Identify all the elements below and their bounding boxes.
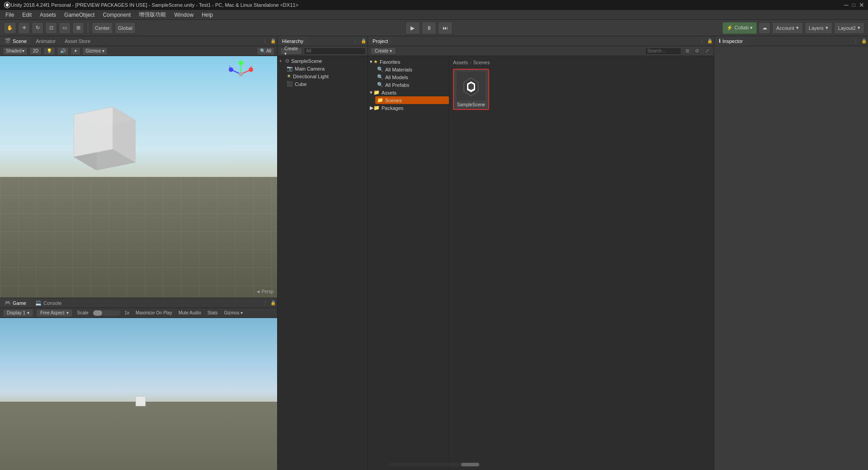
pause-btn[interactable]: ⏸ [422,22,436,34]
hand-tool-btn[interactable]: ✋ [4,22,16,34]
aspect-label: Free Aspect [40,310,64,315]
aspect-btn[interactable]: Free Aspect ▾ [36,309,72,317]
menu-file[interactable]: File [2,11,18,19]
menu-enhanced[interactable]: 增强版功能 [135,10,170,19]
audio-icon: 🔊 [60,48,66,53]
svg-text:Z: Z [229,65,231,69]
scale-label: Scale [75,310,90,315]
menu-gameobject[interactable]: GameObject [61,11,98,19]
scene-panel-lock-btn[interactable]: 🔒 [269,37,277,45]
maximize-btn[interactable]: Maximize On Play [134,310,174,315]
move-icon: ✛ [22,25,26,31]
hierarchy-menu-btn[interactable]: ⋮ [351,37,359,45]
shading-btn[interactable]: Shaded ▾ [3,47,28,55]
project-menu-btn[interactable]: ⋮ [698,37,706,45]
play-btn[interactable]: ▶ [406,22,420,34]
scene-grid [0,177,277,298]
hierarchy-item-main-camera[interactable]: 📷 Main Camera [278,65,368,72]
minimize-btn[interactable]: ─ [844,1,849,9]
cloud-icon: ☁ [762,25,767,31]
maximize-btn[interactable]: □ [852,2,855,8]
hierarchy-item-cube[interactable]: ⬛ Cube [278,80,368,88]
close-btn[interactable]: ✕ [859,1,864,9]
layers-btn[interactable]: Layers ▾ [805,22,832,34]
scale-value: 1x [123,310,132,315]
tab-hierarchy[interactable]: Hierarchy [278,36,308,46]
account-btn[interactable]: Account ▾ [772,22,803,34]
rotate-tool-btn[interactable]: ↻ [32,22,43,34]
hierarchy-tab-label: Hierarchy [282,38,303,44]
tree-all-models[interactable]: 🔍 All Models [375,73,449,81]
menu-component[interactable]: Component [99,11,134,19]
breadcrumb-assets[interactable]: Assets [453,60,468,65]
game-viewport[interactable] [0,318,277,470]
breadcrumb-sep: › [470,60,472,65]
svg-marker-13 [468,83,474,90]
project-search-input[interactable] [645,47,681,55]
asset-item-samplescene[interactable]: SampleScene [453,69,489,110]
scene-viewport[interactable]: X Y Z ◄ Persp [0,56,277,298]
tab-scene[interactable]: 🎬 Scene [0,36,31,46]
gizmo-axes-widget[interactable]: X Y Z [227,61,255,88]
gizmos-btn[interactable]: Gizmos ▾ [82,47,108,55]
inspector-lock-btn[interactable]: 🔒 [860,37,868,45]
inspector-icon: ℹ [719,38,721,44]
inspector-menu-btn[interactable]: ⋮ [852,37,860,45]
console-tab-label: Console [43,300,61,306]
tree-scenes[interactable]: 📁 Scenes [375,96,449,104]
2d-btn[interactable]: 2D [29,47,42,55]
tree-assets[interactable]: ▾ 📁 Assets [368,89,449,96]
tab-asset-store[interactable]: Asset Store [60,36,95,46]
menu-edit[interactable]: Edit [19,11,35,19]
game-panel-menu-btn[interactable]: ⋮ [261,299,269,307]
audio-btn[interactable]: 🔊 [57,47,69,55]
layout-btn[interactable]: Layout2 ▾ [834,22,864,34]
scale-tool-btn[interactable]: ⊡ [45,22,57,34]
collab-btn[interactable]: ⚡ Collab ▾ [722,22,757,34]
project-settings-btn[interactable]: ⚙ [693,47,701,55]
tab-console[interactable]: 💻 Console [31,298,66,308]
cloud-btn[interactable]: ☁ [759,22,770,34]
search-filter-btn[interactable]: 🔍 All [257,47,274,55]
project-expand-btn[interactable]: ⤢ [703,47,711,55]
scene-panel-menu-btn[interactable]: ⋮ [261,37,269,45]
menu-assets[interactable]: Assets [36,11,60,19]
mute-btn[interactable]: Mute Audio [177,310,203,315]
scale-slider[interactable] [93,310,120,316]
tree-all-prefabs[interactable]: 🔍 All Prefabs [375,81,449,89]
lighting-btn[interactable]: 💡 [43,47,55,55]
tree-packages[interactable]: ▶ 📁 Packages [368,104,449,112]
hierarchy-search-input[interactable] [304,47,366,55]
project-filter-btn[interactable]: ⊞ [683,47,691,55]
project-scrollbar[interactable] [449,463,714,466]
transform-icon: ⊞ [76,25,80,31]
hierarchy-item-directional-light[interactable]: ☀ Directional Light [278,72,368,80]
hierarchy-lock-btn[interactable]: 🔒 [359,37,368,45]
menu-help[interactable]: Help [198,11,217,19]
tab-game[interactable]: 🎮 Game [0,298,31,308]
menu-window[interactable]: Window [170,11,197,19]
display-btn[interactable]: Display 1 ▾ [3,309,33,317]
tab-project[interactable]: Project [368,36,392,46]
transform-tool-btn[interactable]: ⊞ [72,22,84,34]
tree-favorites[interactable]: ▾ ★ Favorites [368,58,449,66]
rect-tool-btn[interactable]: ▭ [59,22,71,34]
stats-btn[interactable]: Stats [206,310,220,315]
effects-btn[interactable]: ✦ [71,47,80,55]
project-lock-btn[interactable]: 🔒 [706,37,714,45]
hierarchy-scene-root[interactable]: ▾ ⊙ SampleScene [278,57,368,65]
breadcrumb-scenes[interactable]: Scenes [473,60,490,65]
project-create-btn[interactable]: Create ▾ [371,47,396,55]
center-pivot-btn[interactable]: Center [92,22,113,34]
global-local-btn[interactable]: Global [115,22,136,34]
tab-animator[interactable]: Animator [31,36,60,46]
move-tool-btn[interactable]: ✛ [18,22,30,34]
game-gizmos-btn[interactable]: Gizmos ▾ [222,310,245,315]
scene-tab-icon: 🎬 [5,38,11,44]
tree-all-materials[interactable]: 🔍 All Materials [375,66,449,73]
game-panel-lock-btn[interactable]: 🔒 [269,299,277,307]
tab-inspector[interactable]: ℹ Inspector [714,36,747,46]
scene-tab-bar: 🎬 Scene Animator Asset Store ⋮ 🔒 [0,36,277,46]
hierarchy-create-btn[interactable]: Create ▾ [280,47,302,55]
step-btn[interactable]: ⏭ [438,22,453,34]
